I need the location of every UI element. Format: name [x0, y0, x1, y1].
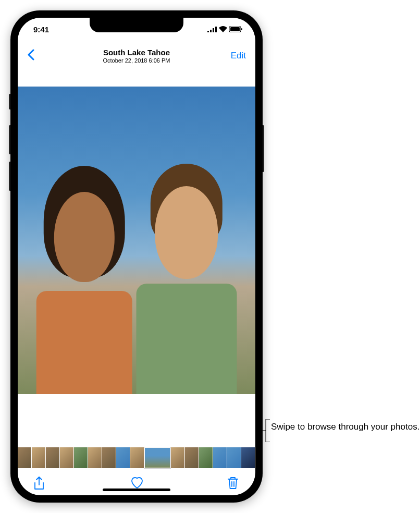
location-title: South Lake Tahoe [103, 48, 170, 57]
title-block: South Lake Tahoe October 22, 2018 6:06 P… [103, 48, 170, 64]
status-indicators [207, 25, 243, 34]
cellular-icon [207, 25, 217, 34]
volume-down-button [9, 162, 10, 191]
edit-button[interactable]: Edit [231, 51, 246, 61]
home-indicator[interactable] [103, 488, 170, 491]
bottom-toolbar [18, 470, 255, 495]
notch [90, 18, 183, 32]
mute-switch [9, 94, 10, 109]
thumbnail-current[interactable] [144, 447, 170, 468]
thumbnail[interactable] [185, 447, 199, 468]
date-subtitle: October 22, 2018 6:06 PM [103, 57, 170, 64]
screen: 9:41 South Lake Tahoe October 22, 2018 6… [18, 18, 255, 495]
svg-rect-5 [230, 27, 240, 31]
thumbnail[interactable] [171, 447, 184, 468]
thumbnail[interactable] [60, 447, 73, 468]
status-time: 9:41 [33, 25, 49, 34]
nav-bar: South Lake Tahoe October 22, 2018 6:06 P… [18, 41, 255, 71]
thumbnail[interactable] [116, 447, 130, 468]
callout-text: Swipe to browse through your photos. [271, 421, 419, 433]
back-button[interactable] [27, 48, 34, 63]
thumbnail[interactable] [130, 447, 144, 468]
thumbnail[interactable] [46, 447, 59, 468]
thumbnail[interactable] [102, 447, 116, 468]
thumbnail[interactable] [32, 447, 45, 468]
photo-subject [132, 173, 241, 394]
svg-rect-3 [215, 27, 217, 32]
delete-button[interactable] [227, 477, 240, 489]
photo-subject [32, 179, 137, 394]
svg-rect-1 [210, 30, 212, 32]
thumbnail[interactable] [241, 447, 255, 468]
svg-rect-6 [241, 28, 242, 30]
svg-rect-0 [207, 31, 209, 32]
thumbnail[interactable] [213, 447, 227, 468]
callout-bracket [263, 419, 270, 442]
iphone-frame: 9:41 South Lake Tahoe October 22, 2018 6… [10, 10, 263, 503]
favorite-button[interactable] [130, 477, 143, 489]
share-button[interactable] [33, 477, 46, 489]
power-button [263, 125, 264, 172]
battery-icon [229, 25, 243, 34]
thumbnail[interactable] [199, 447, 213, 468]
thumbnail[interactable] [74, 447, 88, 468]
main-photo-area[interactable] [18, 87, 255, 445]
thumbnail[interactable] [18, 447, 31, 468]
wifi-icon [219, 25, 227, 34]
volume-up-button [9, 125, 10, 154]
photo-image [18, 87, 255, 394]
thumbnail-filmstrip[interactable] [18, 445, 255, 470]
thumbnail[interactable] [227, 447, 241, 468]
thumbnail[interactable] [88, 447, 102, 468]
svg-rect-2 [213, 28, 214, 32]
